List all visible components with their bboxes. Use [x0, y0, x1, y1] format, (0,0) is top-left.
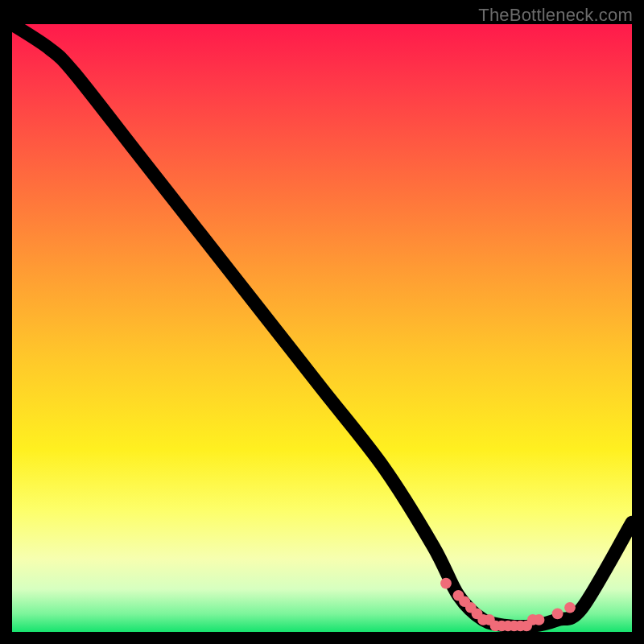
chart-frame: TheBottleneck.com: [0, 0, 644, 644]
highlight-dot: [440, 578, 452, 589]
gradient-plot-area: [12, 24, 632, 632]
bottleneck-curve: [12, 24, 632, 626]
highlight-dot: [534, 614, 545, 625]
curve-layer: [12, 24, 632, 632]
watermark-text: TheBottleneck.com: [478, 5, 633, 26]
highlight-dot: [552, 609, 564, 620]
highlight-dot: [564, 602, 576, 613]
